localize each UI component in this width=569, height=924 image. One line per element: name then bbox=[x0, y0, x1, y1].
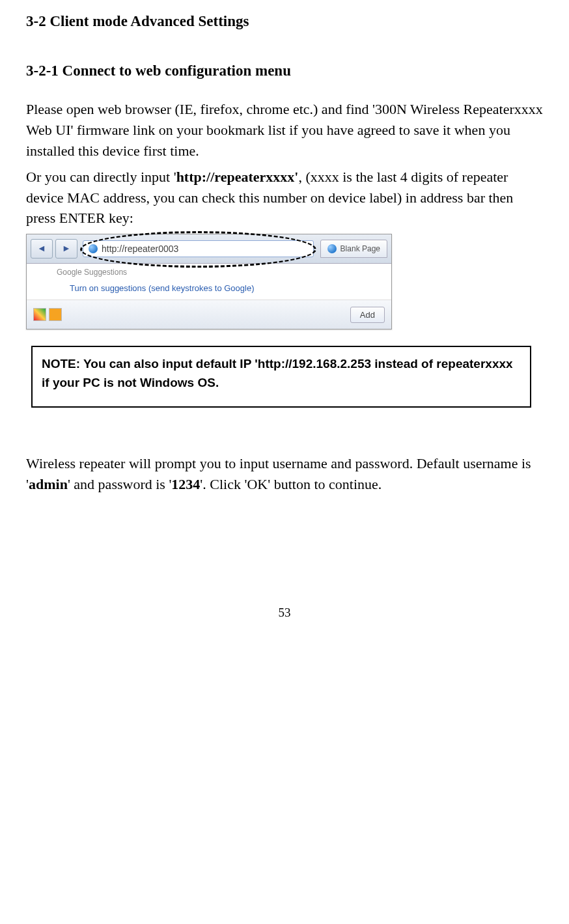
forward-button: ► bbox=[55, 239, 77, 259]
page-number: 53 bbox=[26, 606, 543, 620]
mini-icons bbox=[33, 308, 62, 321]
subsection-heading: 3-2-1 Connect to web configuration menu bbox=[26, 63, 543, 79]
back-button: ◄ bbox=[31, 239, 53, 259]
p2-prefix: Or you can directly input ' bbox=[26, 169, 176, 185]
address-bar: http://repeater0003 bbox=[83, 240, 314, 257]
address-text: http://repeater0003 bbox=[102, 244, 178, 254]
p3-mid: ' and password is ' bbox=[68, 476, 171, 492]
p3-password: 1234 bbox=[171, 476, 200, 492]
address-bar-wrapper: http://repeater0003 bbox=[83, 240, 314, 257]
browser-tab: Blank Page bbox=[320, 240, 387, 258]
browser-screenshot: ◄ ► http://repeater0003 Blank Page Googl… bbox=[26, 234, 392, 329]
ie-icon bbox=[327, 244, 337, 253]
p2-url: http://repeaterxxxx' bbox=[176, 169, 299, 185]
suggestion-row: Turn on suggestions (send keystrokes to … bbox=[27, 278, 391, 300]
arrow-right-icon: ► bbox=[62, 244, 71, 254]
note-text: NOTE: You can also input default IP 'htt… bbox=[42, 357, 513, 389]
p3-suffix: '. Click 'OK' button to continue. bbox=[200, 476, 382, 492]
ie-icon bbox=[89, 244, 98, 253]
note-box: NOTE: You can also input default IP 'htt… bbox=[31, 346, 531, 408]
suggestion-group-label: Google Suggestions bbox=[27, 264, 391, 278]
rss-icon bbox=[49, 308, 62, 321]
browser-topbar: ◄ ► http://repeater0003 Blank Page bbox=[27, 234, 391, 264]
credentials-paragraph: Wireless repeater will prompt you to inp… bbox=[26, 453, 543, 495]
add-button: Add bbox=[350, 307, 385, 323]
intro-paragraph-1: Please open web browser (IE, firefox, ch… bbox=[26, 99, 543, 161]
p3-admin: admin bbox=[29, 476, 68, 492]
tab-label: Blank Page bbox=[340, 244, 380, 253]
section-heading: 3-2 Client mode Advanced Settings bbox=[26, 13, 543, 30]
google-icon bbox=[33, 308, 46, 321]
browser-bottom-bar: Add bbox=[27, 300, 391, 329]
arrow-left-icon: ◄ bbox=[37, 244, 46, 254]
intro-paragraph-2: Or you can directly input 'http://repeat… bbox=[26, 167, 543, 229]
